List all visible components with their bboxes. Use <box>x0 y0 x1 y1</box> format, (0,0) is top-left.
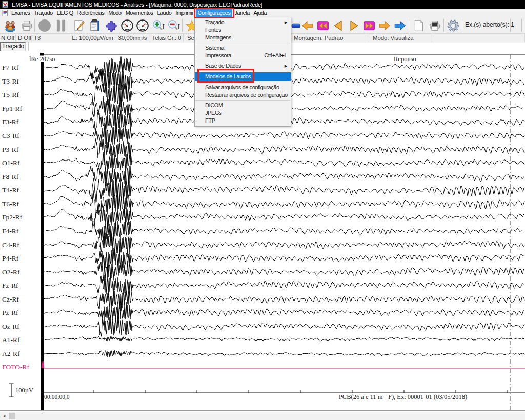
document-icon[interactable] <box>2 10 9 16</box>
zoom-in-button[interactable]: I <box>151 18 166 33</box>
fast-forward-button[interactable] <box>361 18 377 33</box>
channel-label-p3-rf: P3-Rf <box>2 146 19 153</box>
channel-label-c3-rf: C3-Rf <box>2 132 19 139</box>
submenu-arrow-icon: ▶ <box>285 62 287 70</box>
menu-item-label: Salvar arquivos de configuração <box>205 84 279 90</box>
open-exams-count-label: Ex.(s) aberto(s): 1 <box>465 21 514 28</box>
next-screen-button[interactable] <box>377 18 392 33</box>
menu-separator <box>195 61 290 61</box>
menu-item-tracado[interactable]: Traçado▶ <box>195 18 291 26</box>
channel-label-a2-rf: A2-Rf <box>2 350 20 357</box>
channel-label-t5-rf: T5-Rf <box>2 91 19 98</box>
prev-screen-icon <box>301 19 314 32</box>
goto-end-icon <box>393 19 407 32</box>
puzzle-button[interactable] <box>104 18 119 33</box>
gear-icon <box>447 19 460 32</box>
menu-item-label: Montagens <box>205 34 231 41</box>
menu-item-dicom[interactable]: DICOM <box>195 102 291 109</box>
menubar-item-laudo[interactable]: Laudo <box>155 9 173 17</box>
menu-item-label: DICOM <box>205 102 223 108</box>
menu-item-jpegs[interactable]: JPEGs <box>195 109 291 117</box>
status-cell-30-00mm-s: 30,00mm/s <box>115 34 150 42</box>
pause-button[interactable] <box>53 18 69 33</box>
tab-edge-line <box>28 42 29 51</box>
toolbar-separator <box>69 19 69 32</box>
play-forward-icon <box>347 19 360 32</box>
printer-button[interactable] <box>19 18 34 33</box>
menu-item-restaurar-arquivos-de-configuracao[interactable]: Restaurar arquivos de configuração <box>195 91 291 99</box>
eeg-trace-p3-rf <box>44 138 524 158</box>
toolbar-separator <box>510 19 511 32</box>
scroll-left-arrow[interactable]: ◂ <box>0 412 8 420</box>
menubar-item-exames[interactable]: Exames <box>9 9 32 17</box>
position-marker-bar[interactable] <box>41 62 44 411</box>
gauge-left-button[interactable] <box>119 18 135 33</box>
menubar-item-tracado[interactable]: Traçado <box>32 9 54 17</box>
blank-page-button[interactable] <box>411 18 427 33</box>
eeg-trace-cz-rf <box>44 291 524 311</box>
horizontal-scrollbar[interactable]: ◂ <box>0 412 525 420</box>
gauge-right-button[interactable] <box>135 18 150 33</box>
status-cell-e-100-00-v-cm: E: 100,00µV/cm <box>70 34 115 42</box>
play-backward-button[interactable] <box>331 18 346 33</box>
puzzle-icon <box>105 19 118 32</box>
menubar-item-referencias[interactable]: Referências <box>75 9 107 17</box>
menubar-item-janela[interactable]: Janela <box>232 9 251 17</box>
record-icon <box>38 19 51 32</box>
users-button[interactable] <box>3 18 18 33</box>
status-cell-empty <box>432 34 525 42</box>
blank-page-icon <box>412 19 426 32</box>
menu-item-label: Impressora <box>205 52 231 58</box>
menu-item-sistema[interactable]: Sistema <box>195 44 291 52</box>
menu-item-ftp[interactable]: FTP <box>195 117 291 125</box>
channel-label-f4-rf: F4-Rf <box>2 227 19 235</box>
toolbar-separator <box>34 19 35 32</box>
edit-page-button[interactable] <box>71 18 87 33</box>
menubar-item-modo[interactable]: Modo <box>106 9 123 17</box>
annotation-box-modelos-de-laudos <box>197 69 254 83</box>
play-forward-button[interactable] <box>346 18 361 33</box>
goto-end-button[interactable] <box>392 18 408 33</box>
gauge-right-icon <box>136 19 149 32</box>
menu-item-montagens[interactable]: Montagens <box>195 34 291 42</box>
record-button[interactable] <box>37 18 52 33</box>
menu-item-label: Traçado <box>205 19 224 25</box>
fast-rewind-button[interactable] <box>315 18 331 33</box>
menu-item-label: Base de Dados <box>205 63 241 69</box>
menu-item-salvar-arquivos-de-configuracao[interactable]: Salvar arquivos de configuração <box>195 84 291 91</box>
printer-icon <box>20 19 33 32</box>
menu-item-label: JPEGs <box>205 110 221 116</box>
eeg-trace-a1-rf <box>44 336 524 341</box>
scrollbar-thumb[interactable] <box>9 413 15 419</box>
amplitude-scale-bracket <box>9 384 14 397</box>
fast-rewind-icon <box>316 19 330 32</box>
prev-screen-button[interactable] <box>300 18 315 33</box>
channel-label-f3-rf: F3-Rf <box>2 118 19 126</box>
print-screen-icon <box>428 19 441 32</box>
gear-button[interactable] <box>446 18 461 33</box>
eeg-trace-t6-rf <box>44 190 524 216</box>
channel-label-fz-rf: Fz-Rf <box>2 282 18 289</box>
tab-tracado[interactable]: Traçado <box>0 42 26 51</box>
gauge-left-icon <box>120 19 134 32</box>
menu-separator <box>195 43 290 43</box>
channel-label-o2-rf: O2-Rf <box>2 268 20 276</box>
menubar-item-eeg-q[interactable]: EEG Q <box>55 9 75 17</box>
menubar-item-movimentos[interactable]: Movimentos <box>124 9 155 17</box>
clipboard-button[interactable] <box>87 18 103 33</box>
menubar-item-ajuda[interactable]: Ajuda <box>252 9 269 17</box>
menu-item-label: Fontes <box>205 27 221 33</box>
menu-item-impressora[interactable]: ImpressoraCtrl+Alt+I <box>195 52 291 59</box>
submenu-arrow-icon: ▶ <box>285 18 287 26</box>
print-screen-button[interactable] <box>427 18 442 33</box>
menubar-item-imprimir[interactable]: Imprimir <box>173 9 195 17</box>
fast-forward-icon <box>362 19 376 32</box>
channel-label-fp2-rf: Fp2-Rf <box>2 213 23 221</box>
channel-label-t6-rf: T6-Rf <box>2 200 19 208</box>
svg-text:I: I <box>163 22 165 30</box>
status-cell-t3: T3 <box>32 34 70 42</box>
channel-label-cz-rf: Cz-Rf <box>2 295 19 303</box>
zoom-out-button[interactable]: I <box>166 18 181 33</box>
menu-item-fontes[interactable]: Fontes <box>195 26 291 34</box>
channel-label-f8-rf: F8-Rf <box>2 173 19 181</box>
